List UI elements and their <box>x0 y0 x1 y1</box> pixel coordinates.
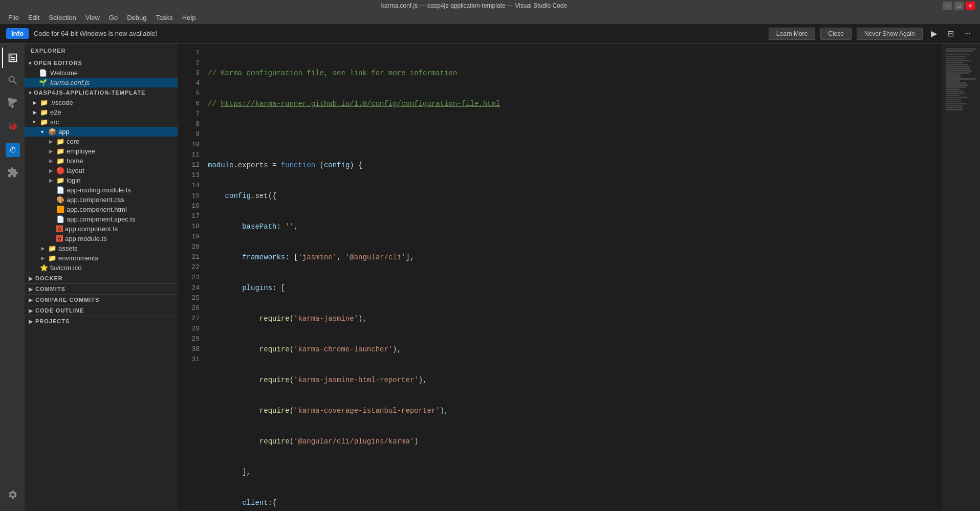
app-html-file[interactable]: 🟧 app.component.html <box>25 205 178 214</box>
compare-commits-section[interactable]: ▶ COMPARE COMMITS <box>25 294 178 305</box>
welcome-label: Welcome <box>50 69 78 77</box>
commits-section[interactable]: ▶ COMMITS <box>25 283 178 294</box>
core-folder[interactable]: ▶ 📁 core <box>25 137 178 146</box>
menu-selection[interactable]: Selection <box>45 13 80 23</box>
assets-folder[interactable]: ▶ 📁 assets <box>25 243 178 253</box>
home-folder[interactable]: ▶ 📁 home <box>25 156 178 166</box>
spec-icon: 📄 <box>56 215 64 223</box>
open-editors-section[interactable]: ▾ OPEN EDITORS <box>25 58 178 68</box>
login-folder[interactable]: ▶ 📁 login <box>25 175 178 185</box>
app-spec-file[interactable]: 📄 app.component.spec.ts <box>25 214 178 224</box>
app-label: app <box>58 128 70 136</box>
editor-area: 1 2 3 4 5 6 7 8 9 10 11 12 13 14 15 16 1… <box>178 43 980 511</box>
code-line-5: config.set({ <box>208 191 939 201</box>
menu-help[interactable]: Help <box>178 13 200 23</box>
app-folder[interactable]: ▾ 📦 app <box>25 127 178 137</box>
src-label: src <box>50 118 59 126</box>
layout-icon[interactable]: ⊟ <box>944 28 957 39</box>
app-routing-file[interactable]: 📄 app-routing.module.ts <box>25 185 178 195</box>
src-folder[interactable]: ▾ 📁 src <box>25 117 178 127</box>
menu-debug[interactable]: Debug <box>123 13 150 23</box>
environments-icon: 📁 <box>48 254 56 262</box>
activity-debug[interactable]: 🐞 <box>2 115 23 136</box>
src-chevron: ▾ <box>33 119 40 125</box>
login-chevron: ▶ <box>49 177 56 183</box>
editor-karma-conf[interactable]: 🌱 karma.conf.js <box>25 78 178 87</box>
projects-label: PROJECTS <box>35 318 70 324</box>
close-button[interactable]: ✕ <box>966 2 975 10</box>
notification-message: Code for 64-bit Windows is now available… <box>34 30 764 37</box>
core-icon: 📁 <box>56 138 64 145</box>
notification-bar: Info Code for 64-bit Windows is now avai… <box>0 24 980 43</box>
maximize-button[interactable]: □ <box>954 2 964 10</box>
projects-section[interactable]: ▶ PROJECTS <box>25 316 178 326</box>
activity-source-control[interactable] <box>2 93 23 113</box>
home-label: home <box>67 157 83 165</box>
code-content[interactable]: // Karma configuration file, see link fo… <box>204 43 980 511</box>
app-css-file[interactable]: 🎨 app.component.css <box>25 195 178 205</box>
e2e-folder[interactable]: ▶ 📁 e2e <box>25 107 178 117</box>
run-icon[interactable]: ▶ <box>928 28 940 39</box>
code-line-15: client:{ <box>208 498 939 508</box>
menu-go[interactable]: Go <box>105 13 122 23</box>
code-line-1: // Karma configuration file, see link fo… <box>208 68 939 78</box>
activity-git-time-machine[interactable]: ⏱ <box>2 140 23 160</box>
vscode-chevron: ▶ <box>33 100 40 105</box>
project-label: OASP4JS-APPLICATION-TEMPLATE <box>34 90 145 96</box>
vscode-label: .vscode <box>50 99 73 106</box>
learn-more-button[interactable]: Learn More <box>769 28 815 40</box>
vscode-folder[interactable]: ▶ 📁 .vscode <box>25 98 178 107</box>
close-notification-button[interactable]: Close <box>820 28 852 40</box>
home-icon: 📁 <box>56 157 64 165</box>
docker-section[interactable]: ▶ DOCKER <box>25 273 178 283</box>
minimize-button[interactable]: ─ <box>943 2 952 10</box>
menu-edit[interactable]: Edit <box>24 13 43 23</box>
module-icon: 🅰 <box>56 235 63 242</box>
favicon-label: favicon.ico <box>50 264 81 272</box>
component-ts-label: app.component.ts <box>65 225 118 233</box>
module-label: app.module.ts <box>65 235 107 242</box>
menu-view[interactable]: View <box>81 13 104 23</box>
code-line-3 <box>208 129 939 140</box>
e2e-icon: 📁 <box>40 108 48 116</box>
docker-chevron: ▶ <box>29 276 33 281</box>
code-line-4: module.exports = function (config) { <box>208 160 939 170</box>
editor-welcome[interactable]: 📄 Welcome <box>25 68 178 78</box>
line-numbers: 1 2 3 4 5 6 7 8 9 10 11 12 13 14 15 16 1… <box>178 43 204 511</box>
karma-conf-label: karma.conf.js <box>50 79 90 86</box>
code-line-9: require('karma-jasmine'), <box>208 314 939 324</box>
code-line-10: require('karma-chrome-launcher'), <box>208 344 939 354</box>
code-outline-chevron: ▶ <box>29 308 33 314</box>
menu-file[interactable]: File <box>4 13 23 23</box>
core-label: core <box>67 138 79 145</box>
login-icon: 📁 <box>56 176 64 184</box>
title-text: karma.conf.js — oasp4js-application-temp… <box>5 2 943 9</box>
commits-label: COMMITS <box>35 286 66 292</box>
activity-explorer[interactable] <box>2 48 23 68</box>
employee-folder[interactable]: ▶ 📁 employee <box>25 146 178 156</box>
window-controls: ─ □ ✕ <box>943 2 975 10</box>
menu-bar: File Edit Selection View Go Debug Tasks … <box>0 11 980 24</box>
employee-chevron: ▶ <box>49 148 56 154</box>
environments-label: environments <box>58 254 98 262</box>
login-label: login <box>67 176 80 184</box>
compare-commits-chevron: ▶ <box>29 297 33 303</box>
menu-tasks[interactable]: Tasks <box>151 13 177 23</box>
code-outline-section[interactable]: ▶ CODE OUTLINE <box>25 305 178 316</box>
sidebar-title: EXPLORER <box>25 43 178 58</box>
app-ts-file[interactable]: 🅰 app.component.ts <box>25 224 178 234</box>
activity-extensions[interactable] <box>2 162 23 183</box>
assets-chevron: ▶ <box>41 246 48 251</box>
activity-bar: 🐞 ⏱ <box>0 43 25 511</box>
html-label: app.component.html <box>67 206 127 213</box>
environments-folder[interactable]: ▶ 📁 environments <box>25 253 178 263</box>
commits-chevron: ▶ <box>29 286 33 292</box>
activity-search[interactable] <box>2 70 23 91</box>
activity-settings[interactable] <box>2 484 23 505</box>
more-icon[interactable]: ··· <box>961 28 974 39</box>
layout-folder[interactable]: ▶ 🔴 layout <box>25 166 178 175</box>
never-show-again-button[interactable]: Never Show Again <box>857 28 923 40</box>
favicon-file[interactable]: ⭐ favicon.ico <box>25 263 178 273</box>
app-module-file[interactable]: 🅰 app.module.ts <box>25 234 178 243</box>
project-root-section[interactable]: ▾ OASP4JS-APPLICATION-TEMPLATE <box>25 87 178 98</box>
